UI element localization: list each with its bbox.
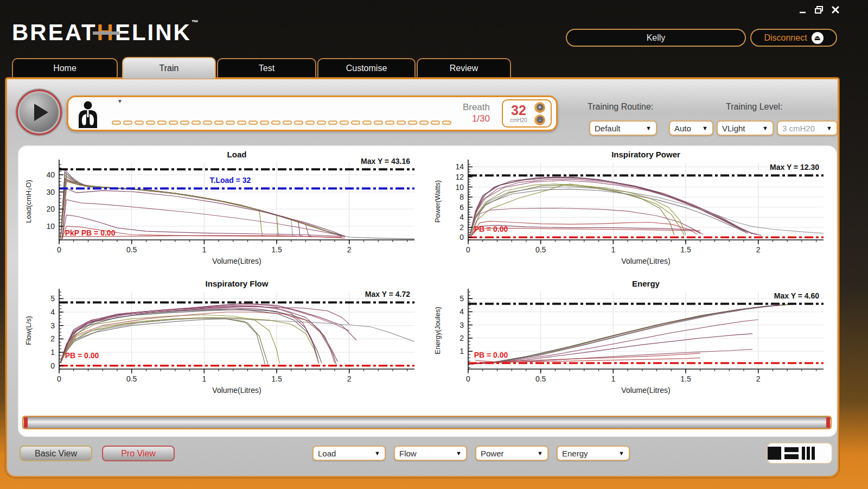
inspiratory-flow-chart-title: Inspiratory Flow [206, 279, 269, 288]
svg-text:6: 6 [459, 203, 464, 212]
breath-dash [203, 120, 212, 125]
svg-text:0.5: 0.5 [126, 245, 137, 254]
breath-dash [214, 120, 224, 125]
timeline-scrollbar[interactable] [22, 416, 832, 429]
breath-dash [408, 120, 417, 125]
svg-text:0.5: 0.5 [535, 245, 546, 254]
chevron-down-icon: ▼ [456, 450, 462, 456]
lungs-person-icon [76, 101, 100, 130]
increase-load-button[interactable]: + [534, 102, 545, 113]
breath-dash [271, 120, 280, 125]
training-level-select[interactable]: VLight▼ [717, 120, 774, 136]
user-name-button[interactable]: Kelly [566, 29, 746, 47]
svg-text:2: 2 [756, 245, 761, 254]
svg-text:4: 4 [459, 307, 464, 316]
load-setting-box: 32 cmH20 + - [502, 99, 552, 128]
training-routine-label: Training Routine: [588, 102, 653, 112]
tab-customise[interactable]: Customise [317, 58, 416, 78]
chevron-down-icon: ▼ [646, 125, 652, 131]
training-mode-select[interactable]: Auto▼ [669, 120, 713, 136]
breath-dash [112, 120, 121, 125]
rows-view-icon[interactable] [784, 447, 799, 459]
energy-chart-cell: Max Y = 4.6000.511.5212345EnergyVolume(L… [431, 279, 833, 408]
scrollbar-end-marker [826, 417, 830, 428]
svg-text:1: 1 [202, 374, 206, 383]
svg-text:PkP PB = 0.00: PkP PB = 0.00 [65, 228, 116, 237]
view-layout-switcher [767, 442, 833, 464]
columns-view-icon[interactable] [802, 447, 815, 460]
disconnect-button[interactable]: Disconnect ⏏ [750, 29, 837, 47]
play-icon [34, 104, 48, 121]
inspiratory-power-chart-title: Inspiratory Power [611, 150, 680, 159]
load-stepper: + - [534, 102, 545, 125]
breath-dash [135, 120, 144, 125]
svg-text:4: 4 [50, 308, 55, 316]
inspiratory-flow-ylabel: Flow(L/s) [24, 316, 33, 345]
inspiratory-power-ylabel: Power(Watts) [433, 180, 442, 223]
panel3-metric-select[interactable]: Power▼ [475, 446, 548, 461]
restore-button[interactable] [815, 5, 824, 14]
load-chart-title: Load [227, 150, 247, 159]
svg-text:Max Y = 12.30: Max Y = 12.30 [770, 163, 819, 172]
breath-dash [146, 120, 155, 125]
chevron-down-icon: ▼ [374, 450, 380, 456]
breath-label: Breath [463, 101, 490, 113]
panel4-metric-select[interactable]: Energy▼ [557, 446, 630, 461]
training-routine-select[interactable]: Default▼ [589, 120, 657, 136]
breath-dash [237, 120, 246, 125]
breath-dash [385, 120, 394, 125]
svg-text:0: 0 [459, 233, 464, 242]
energy-xlabel: Volume(Litres) [621, 386, 670, 395]
panel2-metric-select[interactable]: Flow▼ [394, 446, 467, 461]
svg-text:1: 1 [611, 245, 615, 254]
breath-dash-row [112, 120, 451, 125]
load-unit: cmH20 [503, 117, 534, 123]
svg-text:Max Y = 43.16: Max Y = 43.16 [361, 157, 410, 166]
breath-dash [305, 120, 315, 125]
svg-text:3: 3 [459, 321, 464, 329]
plus-icon: + [537, 104, 544, 111]
svg-text:10: 10 [46, 222, 55, 231]
tab-review[interactable]: Review [417, 58, 511, 78]
close-button[interactable] [831, 5, 840, 14]
breath-dash [431, 120, 440, 125]
svg-text:0: 0 [466, 374, 470, 383]
single-view-icon[interactable] [768, 447, 781, 460]
inspiratory-flow-chart-cell: Max Y = 4.7200.511.52012345Inspiratory F… [22, 279, 424, 408]
breath-dash [397, 120, 406, 125]
load-chart: Max Y = 43.16T.Load = 3200.511.521020304… [22, 150, 424, 279]
minimize-button[interactable] [799, 5, 807, 14]
svg-text:0: 0 [466, 245, 470, 254]
svg-text:0: 0 [57, 374, 61, 383]
svg-text:PB = 0.00: PB = 0.00 [474, 225, 508, 233]
level-load-select[interactable]: 3 cmH20▼ [777, 120, 838, 136]
breath-dash [260, 120, 269, 125]
chevron-down-icon: ▼ [618, 450, 624, 456]
breath-dash [362, 120, 372, 125]
svg-text:12: 12 [455, 173, 464, 181]
grid-view-icon[interactable] [818, 446, 832, 460]
pro-view-button[interactable]: Pro View [102, 446, 175, 461]
play-button[interactable] [18, 91, 60, 134]
energy-ylabel: Energy(Joules) [433, 307, 442, 354]
close-icon [832, 6, 839, 14]
tab-home[interactable]: Home [12, 58, 118, 78]
breath-count: 1/30 [463, 113, 490, 124]
breath-dash [351, 120, 360, 125]
svg-text:1.5: 1.5 [680, 245, 691, 254]
basic-view-button[interactable]: Basic View [20, 446, 92, 461]
decrease-load-button[interactable]: - [534, 115, 545, 125]
breath-dash [226, 120, 235, 125]
svg-text:PB = 0.00: PB = 0.00 [474, 351, 508, 359]
breath-dash [169, 120, 178, 125]
tab-test[interactable]: Test [217, 58, 316, 78]
svg-text:0: 0 [57, 245, 61, 254]
scrollbar-start-marker [24, 417, 28, 428]
tab-train[interactable]: Train [122, 57, 216, 79]
svg-text:1: 1 [611, 374, 615, 383]
panel1-metric-select[interactable]: Load▼ [312, 446, 386, 461]
breath-dash [374, 120, 383, 125]
svg-text:30: 30 [46, 188, 55, 196]
logo-accent-h: H [97, 20, 115, 45]
svg-text:Max Y = 4.60: Max Y = 4.60 [774, 291, 819, 300]
